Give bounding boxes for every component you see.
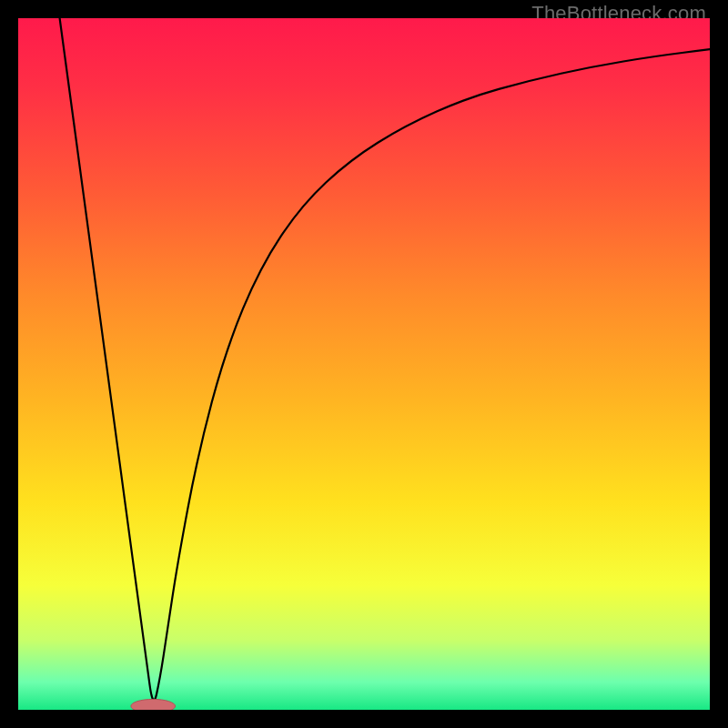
min-marker [131, 699, 176, 710]
chart-background [18, 18, 710, 710]
chart-frame [18, 18, 710, 710]
bottleneck-chart [18, 18, 710, 710]
